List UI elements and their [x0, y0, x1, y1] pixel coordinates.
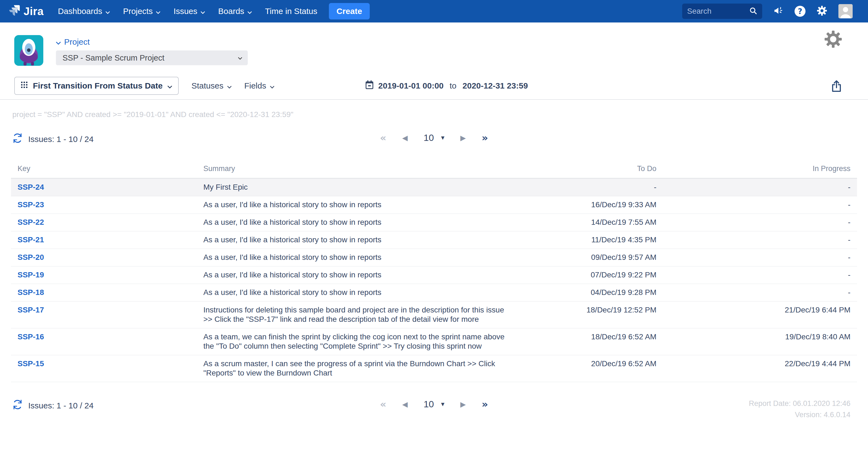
nav-item-time-in-status[interactable]: Time in Status: [265, 7, 317, 16]
filter-bar: First Transition From Status Date Status…: [0, 77, 868, 95]
pager-prev-button[interactable]: ◀: [402, 400, 408, 408]
todo-cell: 14/Dec/19 7:55 AM: [516, 218, 656, 227]
in-progress-cell: 22/Dec/19 4:44 PM: [656, 359, 850, 368]
pager-prev-button[interactable]: ◀: [402, 134, 408, 142]
nav-gear-icon[interactable]: [816, 5, 828, 17]
date-from-value[interactable]: 2019-01-01 00:00: [378, 81, 444, 90]
caret-down-icon: ▼: [441, 401, 444, 407]
issue-key-link[interactable]: SSP-17: [18, 306, 44, 314]
in-progress-cell: -: [656, 218, 850, 227]
section-divider: [0, 99, 868, 100]
help-icon[interactable]: ?: [795, 6, 806, 17]
table-row: SSP-22As a user, I'd like a historical s…: [11, 214, 857, 231]
column-header-summary[interactable]: Summary: [204, 164, 516, 173]
bottom-toolbar: Issues: 1 - 10 / 24 «◀10▼▶» Report Date:…: [0, 398, 868, 431]
nav-item-issues[interactable]: Issues: [174, 7, 205, 16]
nav-item-label: Dashboards: [58, 7, 102, 16]
nav-item-label: Issues: [174, 7, 197, 16]
report-settings-gear-icon[interactable]: [824, 30, 842, 49]
date-to-value[interactable]: 2020-12-31 23:59: [463, 81, 528, 90]
nav-item-dashboards[interactable]: Dashboards: [58, 7, 110, 16]
issue-key-link[interactable]: SSP-18: [18, 288, 44, 297]
statuses-dropdown[interactable]: Statuses: [191, 81, 231, 90]
report-type-dropdown[interactable]: First Transition From Status Date: [14, 77, 179, 95]
chevron-down-icon: [227, 81, 231, 90]
in-progress-cell: -: [656, 183, 850, 192]
calendar-icon[interactable]: [365, 80, 374, 92]
page-size-value: 10: [424, 399, 434, 410]
todo-cell: 04/Dec/19 9:28 PM: [516, 288, 656, 297]
project-section-label: Project: [64, 37, 90, 47]
chevron-down-icon: [105, 7, 110, 16]
issue-key-link[interactable]: SSP-19: [18, 271, 44, 279]
table-body: SSP-24My First Epic--SSP-23As a user, I'…: [11, 178, 857, 382]
table-row: SSP-24My First Epic--: [11, 179, 857, 196]
todo-cell: -: [516, 183, 656, 192]
pager-first-button[interactable]: «: [380, 398, 386, 410]
issue-key-link[interactable]: SSP-16: [18, 332, 44, 341]
nav-menu: DashboardsProjectsIssuesBoardsTime in St…: [58, 7, 317, 16]
project-avatar-icon: [14, 35, 43, 66]
issue-key-link[interactable]: SSP-21: [18, 236, 44, 244]
column-header-key[interactable]: Key: [18, 164, 204, 173]
pager-next-button[interactable]: ▶: [460, 400, 466, 408]
search-icon[interactable]: [749, 7, 757, 16]
todo-cell: 20/Dec/19 6:52 AM: [516, 359, 656, 368]
key-cell: SSP-20: [18, 253, 204, 262]
todo-cell: 09/Dec/19 9:57 AM: [516, 253, 656, 262]
chevron-down-icon: [156, 7, 160, 16]
pager-last-button[interactable]: »: [482, 398, 488, 410]
issue-key-link[interactable]: SSP-20: [18, 253, 44, 262]
summary-cell: As a user, I'd like a historical story t…: [204, 288, 512, 297]
issues-count-label: Issues: 1 - 10 / 24: [28, 401, 93, 410]
jira-brand[interactable]: Jira: [8, 4, 43, 19]
issue-key-link[interactable]: SSP-23: [18, 200, 44, 209]
page-size-select[interactable]: 10▼: [424, 132, 444, 143]
column-header-in-progress[interactable]: In Progress: [656, 164, 850, 173]
key-cell: SSP-16: [18, 332, 204, 341]
nav-right: ?: [682, 4, 852, 19]
statuses-label: Statuses: [191, 81, 223, 90]
summary-cell: As a team, we can finish the sprint by c…: [204, 332, 512, 351]
pager-last-button[interactable]: »: [482, 132, 488, 143]
key-cell: SSP-24: [18, 183, 204, 192]
pager-first-button[interactable]: «: [380, 132, 386, 143]
todo-cell: 18/Dec/19 12:52 PM: [516, 305, 656, 315]
page-size-select[interactable]: 10▼: [424, 399, 444, 410]
in-progress-cell: 19/Dec/19 8:40 AM: [656, 332, 850, 341]
in-progress-cell: -: [656, 235, 850, 244]
key-cell: SSP-18: [18, 288, 204, 297]
pagination-bottom: «◀10▼▶»: [380, 398, 488, 410]
caret-down-icon: ▼: [441, 135, 444, 140]
project-select[interactable]: SSP - Sample Scrum Project: [56, 51, 248, 65]
issues-count-label: Issues: 1 - 10 / 24: [28, 134, 93, 144]
fields-label: Fields: [244, 81, 266, 90]
issue-key-link[interactable]: SSP-22: [18, 218, 44, 226]
top-toolbar: Issues: 1 - 10 / 24 «◀10▼▶»: [0, 131, 868, 149]
pagination-top: «◀10▼▶»: [380, 132, 488, 143]
in-progress-cell: -: [656, 253, 850, 262]
nav-item-projects[interactable]: Projects: [123, 7, 160, 16]
brand-label: Jira: [24, 5, 43, 18]
project-section-toggle[interactable]: Project: [56, 37, 248, 47]
search-input[interactable]: [687, 7, 745, 16]
project-select-wrap: SSP - Sample Scrum Project: [56, 51, 248, 65]
column-header-todo[interactable]: To Do: [516, 164, 656, 173]
fields-dropdown[interactable]: Fields: [244, 81, 274, 90]
export-icon[interactable]: [831, 80, 842, 94]
pager-next-button[interactable]: ▶: [460, 134, 466, 142]
refresh-icon[interactable]: [12, 399, 23, 412]
search-box[interactable]: [682, 4, 762, 19]
issue-key-link[interactable]: SSP-15: [18, 359, 44, 368]
refresh-icon[interactable]: [12, 133, 23, 146]
issue-key-link[interactable]: SSP-24: [18, 183, 44, 191]
user-avatar[interactable]: [838, 4, 852, 18]
todo-cell: 07/Dec/19 9:22 PM: [516, 270, 656, 280]
nav-item-boards[interactable]: Boards: [218, 7, 252, 16]
create-button[interactable]: Create: [329, 3, 370, 20]
key-cell: SSP-17: [18, 305, 204, 315]
grid-icon: [21, 81, 28, 90]
announcements-icon[interactable]: [773, 5, 783, 17]
in-progress-cell: -: [656, 200, 850, 209]
table-row: SSP-19As a user, I'd like a historical s…: [11, 266, 857, 284]
